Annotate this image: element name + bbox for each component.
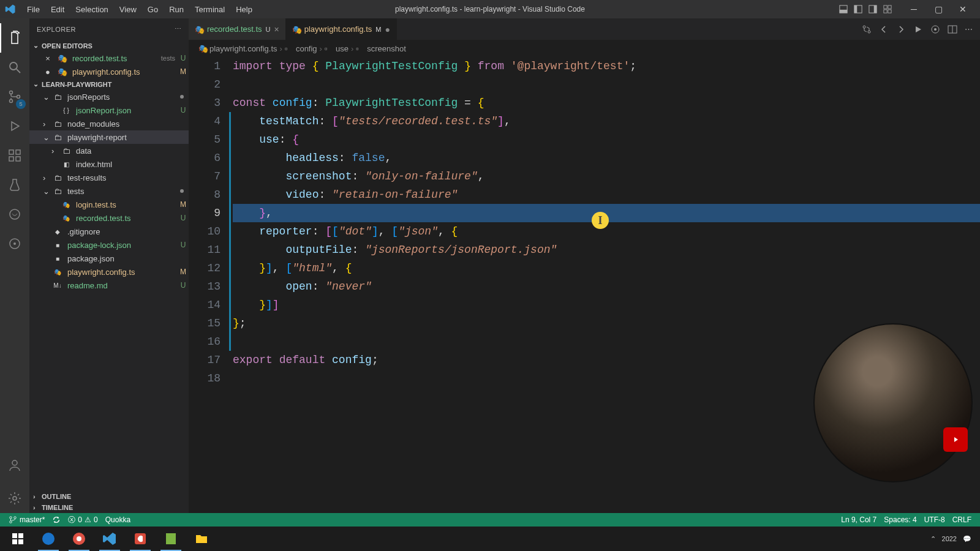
git-compare-icon[interactable]	[862, 24, 872, 34]
editor-tab[interactable]: 🎭playwright.config.ts M ●	[286, 18, 397, 40]
extensions-icon[interactable]	[0, 141, 29, 170]
svg-rect-3	[854, 6, 857, 13]
open-editor-item[interactable]: ●🎭playwright.config.tsM	[29, 65, 189, 78]
editor-tab[interactable]: 🎭recorded.test.ts U ×	[189, 18, 286, 40]
tab-more-icon[interactable]: ⋯	[965, 24, 973, 34]
svg-point-24	[863, 26, 865, 28]
svg-point-22	[12, 460, 17, 465]
source-control-icon[interactable]: 5	[0, 82, 29, 111]
tray-chevron-icon[interactable]: ⌃	[930, 535, 936, 543]
explorer-icon[interactable]	[0, 23, 29, 53]
folder-item[interactable]: ⌄🗀jsonReports	[29, 90, 189, 103]
file-item[interactable]: ◧index.html	[29, 157, 189, 171]
notes-app[interactable]	[156, 527, 186, 551]
maximize-button[interactable]: ▢	[926, 0, 951, 18]
layout-panel-icon[interactable]	[839, 5, 848, 13]
run-debug-icon[interactable]	[0, 111, 29, 141]
menu-file[interactable]: File	[22, 2, 45, 17]
folder-icon: 🗀	[53, 173, 62, 182]
edge-app[interactable]	[33, 527, 64, 551]
branch-indicator[interactable]: master*	[5, 515, 48, 524]
problems-indicator[interactable]: ⓧ0⚠0	[64, 515, 101, 525]
outline-section[interactable]: ›OUTLINE	[29, 491, 189, 502]
menu-run[interactable]: Run	[164, 2, 189, 17]
explorer-app[interactable]	[186, 527, 217, 551]
quokka-indicator[interactable]: Quokka	[102, 515, 134, 524]
close-icon[interactable]: ×	[43, 53, 53, 63]
svg-line-11	[17, 69, 20, 73]
file-item[interactable]: M↓readme.mdU	[29, 279, 189, 292]
folder-icon: 🗀	[53, 186, 62, 196]
chrome-app[interactable]	[64, 527, 94, 551]
breadcrumb-item[interactable]: config	[296, 44, 317, 53]
folder-item[interactable]: ›🗀node_modules	[29, 117, 189, 130]
dirty-dot-icon[interactable]: ●	[43, 67, 53, 77]
eol-indicator[interactable]: CRLF	[949, 515, 975, 524]
encoding-indicator[interactable]: UTF-8	[921, 515, 949, 524]
scm-badge: 5	[16, 99, 26, 109]
file-item[interactable]: 🎭recorded.test.tsU	[29, 211, 189, 225]
settings-icon[interactable]	[0, 484, 29, 513]
split-icon[interactable]	[948, 24, 957, 34]
nav-fwd-icon[interactable]	[896, 24, 906, 34]
dirty-dot-icon	[180, 189, 184, 193]
file-item[interactable]: 🎭playwright.config.tsM	[29, 265, 189, 279]
notifications-icon[interactable]: 💬	[963, 535, 971, 543]
more-icon[interactable]: ⋯	[175, 25, 182, 33]
accounts-icon[interactable]	[0, 451, 29, 480]
svg-point-21	[13, 242, 16, 245]
menu-view[interactable]: View	[115, 2, 141, 17]
timeline-section[interactable]: ›TIMELINE	[29, 502, 189, 513]
menubar: FileEditSelectionViewGoRunTerminalHelp	[22, 2, 257, 17]
menu-help[interactable]: Help	[231, 2, 257, 17]
windows-taskbar: ⌃ 2022 💬	[0, 527, 980, 551]
minimize-button[interactable]: ─	[902, 0, 926, 18]
indentation-indicator[interactable]: Spaces: 4	[880, 515, 920, 524]
folder-item[interactable]: ›🗀test-results	[29, 171, 189, 184]
svg-rect-7	[888, 6, 891, 9]
menu-selection[interactable]: Selection	[70, 2, 113, 17]
sync-button[interactable]	[48, 515, 64, 524]
menu-go[interactable]: Go	[143, 2, 163, 17]
layout-side-icon[interactable]	[854, 5, 862, 13]
testing-icon[interactable]	[0, 170, 29, 200]
editor-actions: ⋯	[854, 18, 980, 40]
playwright-file-icon: 🎭	[58, 67, 67, 77]
menu-terminal[interactable]: Terminal	[190, 2, 230, 17]
chevron-icon: ›	[43, 173, 50, 182]
file-item[interactable]: ■package.json	[29, 252, 189, 265]
run-icon[interactable]	[913, 24, 923, 34]
playwright-icon[interactable]	[0, 200, 29, 229]
file-item[interactable]: ◆.gitignore	[29, 225, 189, 238]
open-editors-section[interactable]: ⌄OPEN EDITORS	[29, 40, 189, 51]
close-button[interactable]: ✕	[951, 0, 975, 18]
camtasia-app[interactable]	[125, 527, 156, 551]
breadcrumb-item[interactable]: use	[336, 44, 349, 53]
dirty-dot-icon[interactable]: ●	[385, 24, 390, 34]
close-icon[interactable]: ×	[274, 24, 279, 34]
customize-layout-icon[interactable]	[883, 5, 892, 13]
breadcrumb-item[interactable]: screenshot	[367, 44, 406, 53]
folder-item[interactable]: ›🗀data	[29, 144, 189, 157]
tray-time[interactable]: 2022	[942, 535, 957, 542]
menu-edit[interactable]: Edit	[46, 2, 69, 17]
breadcrumb-item[interactable]: playwright.config.ts	[209, 44, 277, 53]
open-editor-item[interactable]: ×🎭recorded.test.tstestsU	[29, 51, 189, 65]
cursor-position[interactable]: Ln 9, Col 7	[837, 515, 880, 524]
start-button[interactable]	[2, 527, 33, 551]
search-icon[interactable]	[0, 53, 29, 82]
file-item[interactable]: ■package-lock.jsonU	[29, 238, 189, 252]
radio-icon[interactable]	[930, 24, 940, 34]
vscode-app[interactable]	[94, 527, 125, 551]
folder-item[interactable]: ⌄🗀playwright-report	[29, 130, 189, 144]
layout-right-icon[interactable]	[869, 5, 877, 13]
file-icon: ◧	[61, 159, 71, 169]
file-item[interactable]: 🎭login.test.tsM	[29, 198, 189, 211]
nav-back-icon[interactable]	[879, 24, 889, 34]
zenmode-icon[interactable]	[0, 229, 29, 258]
file-item[interactable]: { }jsonReport.jsonU	[29, 103, 189, 117]
folder-item[interactable]: ⌄🗀tests	[29, 184, 189, 198]
folder-section[interactable]: ⌄LEARN-PLAYWRIGHT	[29, 78, 189, 90]
svg-point-19	[10, 209, 20, 219]
breadcrumbs[interactable]: 🎭playwright.config.ts›▫config›▫use›▫scre…	[189, 40, 980, 57]
